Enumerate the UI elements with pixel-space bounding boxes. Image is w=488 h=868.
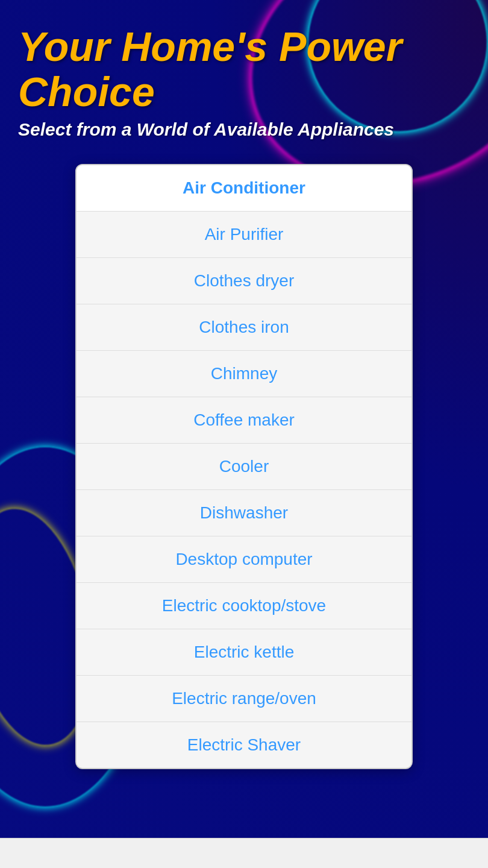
list-item-coffee-maker[interactable]: Coffee maker [77, 397, 411, 444]
list-item-electric-cooktop-stove[interactable]: Electric cooktop/stove [77, 583, 411, 629]
list-item-air-purifier[interactable]: Air Purifier [77, 212, 411, 258]
appliance-list-card: Air ConditionerAir PurifierClothes dryer… [75, 164, 413, 769]
list-item-label-desktop-computer: Desktop computer [175, 550, 312, 569]
list-item-label-dishwasher: Dishwasher [200, 503, 288, 523]
list-item-label-chimney: Chimney [211, 364, 277, 383]
list-item-label-coffee-maker: Coffee maker [193, 410, 295, 430]
list-item-label-electric-kettle: Electric kettle [194, 643, 295, 662]
list-item-cooler[interactable]: Cooler [77, 444, 411, 490]
list-item-desktop-computer[interactable]: Desktop computer [77, 536, 411, 583]
list-item-label-cooler: Cooler [219, 457, 269, 476]
subtitle: Select from a World of Available Applian… [18, 119, 470, 140]
list-item-electric-kettle[interactable]: Electric kettle [77, 629, 411, 676]
appliance-list-wrapper: Air ConditionerAir PurifierClothes dryer… [69, 164, 419, 769]
list-item-clothes-iron[interactable]: Clothes iron [77, 304, 411, 351]
list-item-chimney[interactable]: Chimney [77, 351, 411, 397]
list-item-dishwasher[interactable]: Dishwasher [77, 490, 411, 536]
list-item-label-air-conditioner: Air Conditioner [183, 178, 305, 198]
list-item-label-air-purifier: Air Purifier [205, 225, 284, 244]
bottom-bar [0, 838, 488, 868]
list-item-label-electric-shaver: Electric Shaver [187, 735, 301, 755]
main-title: Your Home's Power Choice [18, 24, 470, 115]
list-item-clothes-dryer[interactable]: Clothes dryer [77, 258, 411, 304]
list-item-label-electric-cooktop-stove: Electric cooktop/stove [162, 596, 326, 615]
list-item-electric-range-oven[interactable]: Electric range/oven [77, 676, 411, 722]
list-item-air-conditioner[interactable]: Air Conditioner [77, 165, 411, 212]
list-item-electric-shaver[interactable]: Electric Shaver [77, 722, 411, 768]
list-item-label-clothes-iron: Clothes iron [199, 318, 289, 337]
list-item-label-clothes-dryer: Clothes dryer [194, 271, 295, 291]
list-item-label-electric-range-oven: Electric range/oven [172, 689, 316, 708]
header: Your Home's Power Choice Select from a W… [0, 0, 488, 152]
